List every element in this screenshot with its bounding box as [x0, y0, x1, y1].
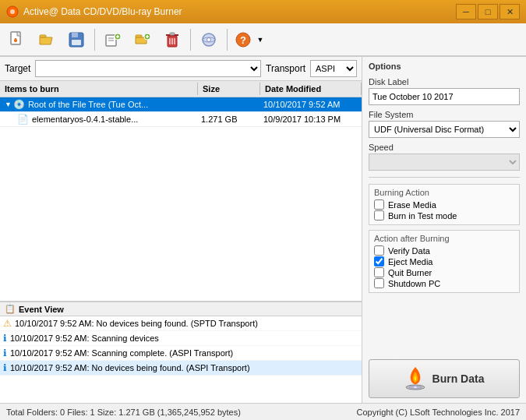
erase-media-label: Erase Media	[388, 200, 436, 210]
event-text: 10/10/2017 9:52 AM: No devices being fou…	[10, 363, 250, 372]
title-text: Active@ Data CD/DVD/Blu-ray Burner	[23, 6, 182, 17]
minimize-button[interactable]: ─	[456, 4, 476, 19]
svg-rect-7	[72, 33, 78, 37]
eject-media-checkbox[interactable]	[374, 256, 384, 266]
burn-data-button[interactable]: Burn Data	[369, 359, 520, 398]
erase-media-checkbox[interactable]	[374, 199, 384, 210]
title-bar-left: Active@ Data CD/DVD/Blu-ray Burner	[6, 5, 182, 18]
delete-button[interactable]	[158, 26, 186, 54]
file-tree: Items to burn Size Date Modified ▼ 💿 Roo…	[0, 81, 362, 302]
burning-action-title: Burning Action	[374, 188, 514, 197]
close-button[interactable]: ✕	[500, 4, 520, 19]
target-label: Target	[5, 63, 30, 74]
status-left: Total Folders: 0 Files: 1 Size: 1.271 GB…	[6, 408, 241, 417]
maximize-button[interactable]: □	[478, 4, 498, 19]
after-burning-title: Action after Burning	[374, 234, 514, 243]
disk-label-title: Disk Label	[369, 77, 520, 86]
tree-cell-date: 10/9/2017 10:13 PM	[260, 112, 362, 126]
add-files-button[interactable]	[99, 26, 127, 54]
toolbar-separator-3	[227, 29, 228, 51]
burning-action-section: Burning Action Erase Media Burn in Test …	[369, 184, 520, 225]
burn-test-row: Burn in Test mode	[374, 210, 514, 221]
transport-select[interactable]: ASPI SPTD	[310, 60, 357, 77]
main-container: Target Transport ASPI SPTD Items to burn…	[0, 56, 526, 403]
quit-burner-row: Quit Burner	[374, 267, 514, 277]
speed-title: Speed	[369, 143, 520, 152]
shutdown-pc-row: Shutdown PC	[374, 278, 514, 288]
help-area: ? ▼	[231, 26, 266, 54]
after-burning-section: Action after Burning Verify Data Eject M…	[369, 230, 520, 293]
quit-burner-checkbox[interactable]	[374, 267, 384, 277]
table-row[interactable]: 📄 elementaryos-0.4.1-stable... 1.271 GB …	[0, 112, 362, 127]
verify-data-checkbox[interactable]	[374, 245, 384, 256]
list-item: ⚠ 10/10/2017 9:52 AM: No devices being f…	[0, 316, 362, 331]
svg-rect-8	[72, 40, 81, 45]
table-row[interactable]: ▼ 💿 Root of the File Tree (Tue Oct... 10…	[0, 97, 362, 112]
event-text: 10/10/2017 9:52 AM: Scanning devices	[10, 334, 159, 343]
info-icon: ℹ	[3, 362, 7, 373]
toolbar-separator-2	[190, 29, 191, 51]
help-button[interactable]: ?	[231, 26, 255, 54]
tree-col-date: Date Modified	[260, 83, 362, 95]
tree-item-name: elementaryos-0.4.1-stable...	[32, 115, 138, 124]
quit-burner-label: Quit Burner	[388, 268, 432, 277]
shutdown-pc-checkbox[interactable]	[374, 278, 384, 288]
info-icon: ℹ	[3, 333, 7, 344]
shutdown-pc-label: Shutdown PC	[388, 279, 440, 288]
help-dropdown-button[interactable]: ▼	[255, 26, 266, 54]
file-system-section: File System UDF (Universal Disc Format) …	[369, 110, 520, 138]
event-text: 10/10/2017 9:52 AM: No devices being fou…	[15, 319, 258, 328]
save-button[interactable]	[62, 26, 90, 54]
list-item: ℹ 10/10/2017 9:52 AM: Scanning devices	[0, 331, 362, 346]
event-header: 📋 Event View	[0, 302, 362, 316]
svg-point-1	[10, 9, 15, 14]
file-system-select[interactable]: UDF (Universal Disc Format) ISO 9660 ISO…	[369, 121, 520, 138]
tree-header: Items to burn Size Date Modified	[0, 81, 362, 97]
event-text: 10/10/2017 9:52 AM: Scanning complete. (…	[10, 348, 233, 358]
burn-test-checkbox[interactable]	[374, 210, 384, 221]
transport-label: Transport	[266, 63, 305, 74]
app-icon	[6, 5, 19, 18]
tree-cell-date: 10/10/2017 9:52 AM	[260, 97, 362, 111]
toolbar-separator-1	[94, 29, 95, 51]
target-select[interactable]	[35, 60, 261, 77]
verify-data-label: Verify Data	[388, 246, 430, 256]
burn-data-label: Burn Data	[432, 372, 485, 385]
info-icon: ℹ	[3, 348, 7, 358]
tree-col-name: Items to burn	[0, 83, 198, 95]
open-button[interactable]	[33, 26, 61, 54]
file-system-title: File System	[369, 110, 520, 119]
title-bar: Active@ Data CD/DVD/Blu-ray Burner ─ □ ✕	[0, 0, 526, 23]
disk-label-section: Disk Label	[369, 77, 520, 105]
left-panel: Target Transport ASPI SPTD Items to burn…	[0, 57, 362, 403]
add-folder-button[interactable]	[129, 26, 157, 54]
tree-cell-size	[198, 97, 260, 111]
right-panel: Options Disk Label File System UDF (Univ…	[362, 57, 526, 403]
svg-point-26	[207, 37, 211, 41]
svg-rect-21	[170, 33, 175, 35]
list-item: ℹ 10/10/2017 9:52 AM: No devices being f…	[0, 361, 362, 376]
event-view-icon: 📋	[5, 304, 16, 314]
options-title: Options	[369, 62, 520, 71]
speed-section: Speed	[369, 143, 520, 171]
eject-media-label: Eject Media	[388, 257, 432, 266]
file-icon: 📄	[17, 114, 29, 125]
speed-select[interactable]	[369, 154, 520, 171]
tree-cell-size: 1.271 GB	[198, 112, 260, 126]
disk-label-input[interactable]	[369, 88, 520, 105]
warn-icon: ⚠	[3, 318, 12, 329]
tree-item-name: Root of the File Tree (Tue Oct...	[28, 100, 148, 109]
burn-flame-icon	[404, 365, 426, 393]
erase-media-row: Erase Media	[374, 199, 514, 210]
disc-icon: 💿	[13, 99, 25, 110]
iso-button[interactable]	[195, 26, 223, 54]
title-controls: ─ □ ✕	[456, 4, 520, 19]
list-item: ℹ 10/10/2017 9:52 AM: Scanning complete.…	[0, 346, 362, 361]
svg-point-32	[414, 386, 417, 387]
eject-media-row: Eject Media	[374, 256, 514, 266]
status-bar: Total Folders: 0 Files: 1 Size: 1.271 GB…	[0, 403, 526, 420]
event-list: ⚠ 10/10/2017 9:52 AM: No devices being f…	[0, 316, 362, 403]
tree-cell-name: 📄 elementaryos-0.4.1-stable...	[0, 112, 198, 126]
expand-icon[interactable]: ▼	[5, 101, 12, 108]
new-button[interactable]	[3, 26, 31, 54]
